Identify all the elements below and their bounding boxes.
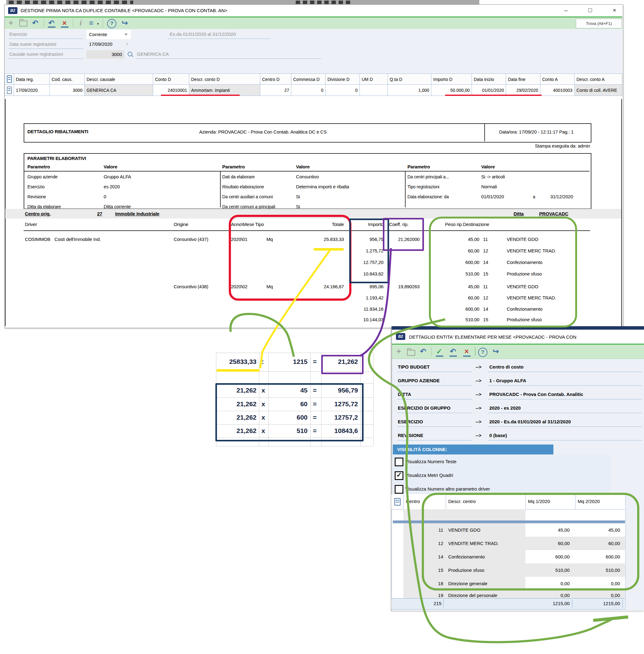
- importo: 895,06: [355, 284, 384, 289]
- field-value[interactable]: PROVACADC - Prova Con Contab. Analitic: [489, 391, 583, 397]
- esercizio-range-underline: [168, 39, 270, 39]
- param-value: Si: [296, 204, 300, 209]
- grid-col-header[interactable]: Cod. caus.: [50, 73, 85, 85]
- detail-col-header[interactable]: Descr. centro: [448, 499, 476, 504]
- undo-icon[interactable]: ↶: [30, 18, 41, 28]
- detail-col-header[interactable]: Mq 1/2020: [528, 499, 550, 504]
- grid-cell: 27: [260, 85, 291, 96]
- checkbox-numero-teste[interactable]: [395, 457, 404, 466]
- causale-code: 3000: [93, 52, 122, 57]
- exit-icon[interactable]: ↪: [490, 347, 501, 356]
- grid-col-header[interactable]: Q.ta D: [388, 73, 431, 85]
- checkbox-altro-parametro[interactable]: [395, 485, 404, 494]
- minimize-button[interactable]: –: [559, 6, 573, 16]
- totale: 25.833,33: [305, 236, 344, 242]
- maximize-button[interactable]: □: [583, 6, 597, 16]
- green-underline: [593, 617, 628, 621]
- grid-col-header[interactable]: Data reg.: [14, 73, 50, 85]
- field-value[interactable]: 2020 - Es.da 01/01/2020 al 31/12/2020: [489, 419, 571, 424]
- grid-col-header[interactable]: Divisione D: [326, 73, 360, 85]
- calc-coefficient-result: 21,262: [324, 358, 358, 365]
- footer-mq1-total: 1215,00: [525, 601, 570, 606]
- grid-cell: 50.000,00: [431, 85, 472, 96]
- calc-peso: 510: [270, 427, 307, 434]
- grid-col-header[interactable]: Data inizio: [472, 73, 506, 85]
- dest-code: 12: [483, 295, 488, 300]
- param-label: Revisione: [27, 194, 46, 199]
- exit-icon[interactable]: ↪: [119, 18, 130, 28]
- field-value[interactable]: Centro di costo: [489, 364, 524, 369]
- toolbar-separator: [44, 19, 44, 27]
- anno-mese: 2020\01: [231, 236, 248, 242]
- revert-icon[interactable]: ↶: [447, 347, 458, 356]
- grid-col-header[interactable]: UM D: [360, 73, 388, 85]
- centro-descr: Direzione generale: [448, 581, 487, 586]
- calc-divisor: 1215: [270, 358, 307, 365]
- add-icon[interactable]: +: [6, 18, 16, 28]
- calc-gridline: [216, 424, 373, 425]
- dest-name: VENDITE GDO: [507, 236, 538, 242]
- open-folder-icon[interactable]: [19, 21, 27, 26]
- confirm-underline: [436, 356, 443, 357]
- confirm-check-icon[interactable]: ✓: [434, 347, 444, 356]
- mq1-value: 510,00: [525, 567, 570, 573]
- menu-caret-icon[interactable]: ▾: [97, 22, 99, 26]
- driver-name: Costi dell'immobile Ind.: [54, 236, 101, 242]
- param-label: Da centri ausiliari a comuni: [222, 194, 273, 199]
- driver-col-header: Totale: [311, 222, 344, 227]
- grid-col-header[interactable]: Descr. causale: [85, 73, 153, 85]
- param-value-sep: a: [533, 194, 535, 199]
- centro-orig-label: Centro orig.: [25, 211, 51, 216]
- param-label: Esercizio: [27, 184, 45, 189]
- checkbox-label: Visualizza Numero altro parametro driver: [405, 486, 490, 492]
- calc-gridline: [216, 398, 373, 398]
- detail-col-header[interactable]: Mq 2/2020: [578, 499, 600, 504]
- grid-col-header[interactable]: Conto A: [540, 73, 575, 85]
- grid-cell: 1,000: [388, 85, 431, 96]
- grid-cell: 0: [326, 85, 360, 96]
- search-icon[interactable]: [128, 52, 132, 57]
- date-next-caret-icon[interactable]: ›: [127, 41, 128, 46]
- info-icon[interactable]: i: [75, 18, 86, 28]
- grid-cell: GENERICA CA: [85, 85, 153, 96]
- field-underline: [397, 426, 472, 427]
- calc-peso: 45: [270, 387, 307, 394]
- field-value[interactable]: 0 (base): [489, 433, 507, 438]
- peso: 60,00: [448, 295, 479, 300]
- field-value[interactable]: 2020 - es 2020: [489, 405, 521, 411]
- menu-icon[interactable]: ≡: [86, 18, 96, 28]
- grid-col-header[interactable]: Commessa D: [291, 73, 326, 85]
- help-icon[interactable]: ?: [107, 19, 116, 28]
- param-label: Gruppo aziende: [27, 174, 58, 179]
- peso: 600,00: [448, 306, 479, 312]
- detail-toolbar: [392, 344, 644, 359]
- grid-col-header[interactable]: Importo D: [431, 73, 472, 85]
- grid-data-row[interactable]: 17/09/2020 3000 GENERICA CA 24010001 Amm…: [5, 85, 622, 96]
- data-registrazioni-value[interactable]: 17/09/2020: [89, 41, 112, 47]
- grid-col-header[interactable]: Centro D: [260, 73, 291, 85]
- importo: 1.193,42: [355, 295, 384, 300]
- close-button[interactable]: ×: [607, 6, 621, 16]
- calc-gridline: [216, 446, 373, 446]
- open-folder-icon[interactable]: [407, 350, 415, 356]
- calc-gridline: [216, 411, 373, 411]
- grid-col-header[interactable]: Descr. conto D: [189, 73, 260, 85]
- help-icon[interactable]: ?: [478, 348, 487, 357]
- checkbox-metri-quadri[interactable]: [395, 471, 404, 480]
- grid-header-icon[interactable]: [5, 73, 14, 85]
- add-icon[interactable]: +: [393, 347, 404, 356]
- delete-x-icon[interactable]: ×: [461, 347, 472, 356]
- field-value[interactable]: 1 - Gruppo ALFA: [489, 378, 526, 383]
- undo-icon[interactable]: ↶: [418, 347, 428, 356]
- grid-col-header[interactable]: Data fine: [506, 73, 540, 85]
- param-label: Tipo registrazioni: [408, 184, 439, 189]
- grid-col-header[interactable]: Descr. conto A: [575, 73, 622, 85]
- param-value: Si -> articoli: [481, 174, 505, 179]
- mq1-value: 0,00: [525, 581, 570, 586]
- dropdown-caret-icon[interactable]: [124, 33, 128, 36]
- parametri-rule: [24, 171, 590, 172]
- grid-col-header[interactable]: Conto D: [153, 73, 189, 85]
- detail-col-header[interactable]: Centro: [406, 499, 420, 504]
- esercizio-range: Es.da 01/01/2020 al 31/12/2020: [170, 31, 236, 37]
- find-button[interactable]: Trova (Alt+F1): [576, 19, 622, 28]
